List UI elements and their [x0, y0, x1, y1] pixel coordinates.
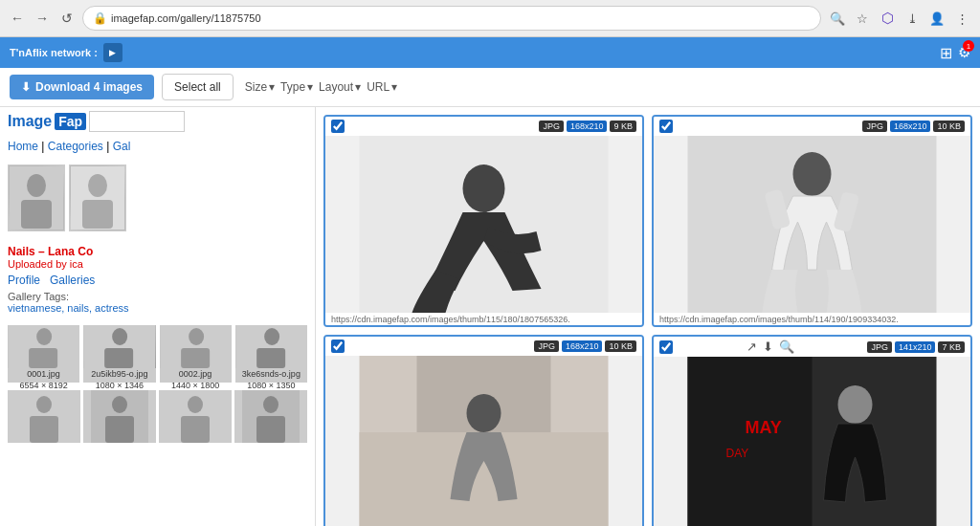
- browser-chrome: ← → ↺ 🔒 imagefap.com/gallery/11875750 🔍 …: [0, 0, 980, 37]
- select-all-button[interactable]: Select all: [162, 74, 234, 100]
- image-grid: JPG 168x210 9 KB https://cdn.imagefap.co…: [316, 107, 980, 526]
- svg-rect-41: [688, 357, 813, 526]
- gal-link[interactable]: Gal: [113, 140, 131, 153]
- image-card-3-size: 10 KB: [605, 340, 636, 352]
- image-card-3-meta: JPG 168x210 10 KB: [534, 340, 636, 352]
- back-button[interactable]: ←: [8, 9, 27, 28]
- page-content: Image Fap Home | Categories | Gal: [0, 107, 980, 526]
- browser-icons: 🔍 ☆ ⬡ ⤓ 👤 ⋮: [827, 8, 972, 29]
- bottom-thumbs: 0001.jpg 6554 × 8192 < 172 Views > 2u5ik…: [0, 319, 315, 388]
- image-card-4-dimensions: 141x210: [895, 341, 936, 353]
- reload-button[interactable]: ↺: [57, 9, 77, 28]
- logo-image-text: Image: [8, 113, 52, 130]
- svg-point-33: [793, 152, 832, 196]
- image-card-4-share-btn[interactable]: ↗: [746, 340, 757, 354]
- url-text: imagefap.com/gallery/11875750: [111, 12, 811, 24]
- image-card-3-img[interactable]: [325, 356, 642, 526]
- profile-icon[interactable]: 👤: [926, 8, 947, 29]
- bottom-thumb-2[interactable]: 2u5ikb95-o.jpg 1080 × 1346 < 27 Views >: [83, 325, 155, 383]
- download-label: Download 4 images: [35, 80, 143, 94]
- image-card-4-size: 7 KB: [938, 341, 965, 353]
- profile-link[interactable]: Profile: [8, 274, 40, 287]
- download-toolbar: ⬇ Download 4 images Select all Size ▾ Ty…: [0, 68, 980, 107]
- image-card-1-checkbox[interactable]: [331, 120, 345, 133]
- image-card-4: ↗ ⬇ 🔍 JPG 141x210 7 KB MAY DAY: [652, 335, 972, 526]
- image-card-1-size: 9 KB: [610, 121, 636, 132]
- svg-point-16: [264, 328, 279, 345]
- ext-badge: 1: [963, 40, 974, 52]
- image-card-1-url: https://cdn.imagefap.com/images/thumb/11…: [325, 313, 642, 326]
- gallery-links: Profile Galleries: [8, 274, 307, 287]
- downloads-icon[interactable]: ⤓: [902, 8, 923, 29]
- image-card-4-download-btn[interactable]: ⬇: [763, 340, 773, 354]
- image-card-4-img[interactable]: MAY DAY: [654, 357, 970, 526]
- gallery-thumb-2[interactable]: [69, 164, 126, 231]
- bookmark-icon[interactable]: ☆: [852, 8, 873, 29]
- url-filter[interactable]: URL ▾: [367, 80, 397, 94]
- ext-network-label: T'nAflix network :: [10, 47, 98, 58]
- site-search-input[interactable]: [89, 111, 185, 132]
- image-card-3: JPG 168x210 10 KB: [323, 335, 644, 526]
- home-link[interactable]: Home: [8, 140, 38, 153]
- gallery-thumbs: [0, 157, 315, 239]
- svg-point-4: [88, 174, 107, 197]
- download-button[interactable]: ⬇ Download 4 images: [10, 75, 154, 99]
- image-card-3-dimensions: 168x210: [562, 340, 603, 352]
- image-card-4-checkbox[interactable]: [659, 340, 673, 354]
- svg-text:MAY: MAY: [746, 418, 782, 437]
- svg-point-44: [838, 385, 873, 424]
- brow-thumb-4[interactable]: [234, 390, 307, 443]
- image-card-1-format: JPG: [539, 121, 564, 132]
- svg-point-25: [188, 396, 203, 413]
- brow-thumb-2[interactable]: [83, 390, 156, 443]
- ext-gear-button[interactable]: ⚙ 1: [958, 44, 970, 61]
- brow-thumb-1[interactable]: [8, 390, 80, 443]
- bottom-thumb-3[interactable]: 0002.jpg 1440 × 1800 < 122 Views >: [160, 325, 232, 383]
- svg-point-10: [112, 328, 127, 345]
- forward-button[interactable]: →: [33, 9, 52, 28]
- svg-rect-23: [105, 416, 134, 443]
- gallery-uploader: Uploaded by ica: [8, 258, 307, 270]
- type-filter[interactable]: Type ▾: [280, 80, 313, 94]
- svg-rect-8: [29, 348, 57, 368]
- gallery-tags[interactable]: vietnamese, nails, actress: [8, 302, 307, 314]
- bottom-thumb-1[interactable]: 0001.jpg 6554 × 8192 < 172 Views >: [8, 325, 79, 383]
- extension-toolbar: T'nAflix network : ▶ ⊞ ⚙ 1: [0, 37, 980, 68]
- gallery-info: Nails – Lana Co Uploaded by ica Profile …: [0, 239, 315, 319]
- svg-text:DAY: DAY: [726, 447, 749, 460]
- ext-grid-button[interactable]: ⊞: [940, 44, 952, 62]
- ext-right: ⊞ ⚙ 1: [940, 44, 970, 62]
- image-card-2-dimensions: 168x210: [890, 121, 931, 132]
- galleries-link[interactable]: Galleries: [50, 274, 95, 287]
- image-card-2-checkbox[interactable]: [659, 120, 673, 133]
- secure-icon: 🔒: [93, 11, 107, 25]
- image-card-1-img[interactable]: [325, 136, 642, 313]
- bottom-row-thumbs: [0, 388, 315, 445]
- image-card-2-meta: JPG 168x210 10 KB: [862, 121, 965, 132]
- size-filter[interactable]: Size ▾: [245, 80, 275, 94]
- gallery-title: Nails – Lana Co: [8, 245, 307, 258]
- svg-point-39: [467, 394, 501, 432]
- search-icon[interactable]: 🔍: [827, 8, 848, 29]
- extension-puzzle-icon[interactable]: ⬡: [877, 8, 898, 29]
- gallery-thumb-1[interactable]: [8, 164, 65, 231]
- ext-network-icon: ▶: [103, 43, 122, 62]
- image-card-1-header: JPG 168x210 9 KB: [325, 117, 642, 136]
- browser-toolbar: ← → ↺ 🔒 imagefap.com/gallery/11875750 🔍 …: [0, 0, 980, 36]
- layout-filter[interactable]: Layout ▾: [319, 80, 361, 94]
- image-card-3-checkbox[interactable]: [331, 340, 345, 353]
- image-card-2-img[interactable]: [654, 136, 970, 313]
- categories-link[interactable]: Categories: [48, 140, 103, 153]
- address-bar[interactable]: 🔒 imagefap.com/gallery/11875750: [82, 6, 821, 31]
- image-card-3-header: JPG 168x210 10 KB: [325, 337, 642, 356]
- svg-rect-17: [256, 348, 285, 368]
- image-card-2: JPG 168x210 10 KB https://cdn.imagefap: [652, 115, 972, 327]
- ext-left: T'nAflix network : ▶: [10, 43, 122, 62]
- image-card-2-header: JPG 168x210 10 KB: [654, 117, 970, 136]
- bottom-thumb-4[interactable]: 3ke6snds-o.jpg 1080 × 1350 < 35 Views >: [235, 325, 307, 383]
- menu-icon[interactable]: ⋮: [951, 8, 972, 29]
- svg-point-31: [463, 164, 505, 212]
- image-card-4-search-btn[interactable]: 🔍: [779, 340, 794, 354]
- brow-thumb-3[interactable]: [159, 390, 232, 443]
- image-card-2-url: https://cdn.imagefap.com/images/thumb/11…: [654, 313, 970, 326]
